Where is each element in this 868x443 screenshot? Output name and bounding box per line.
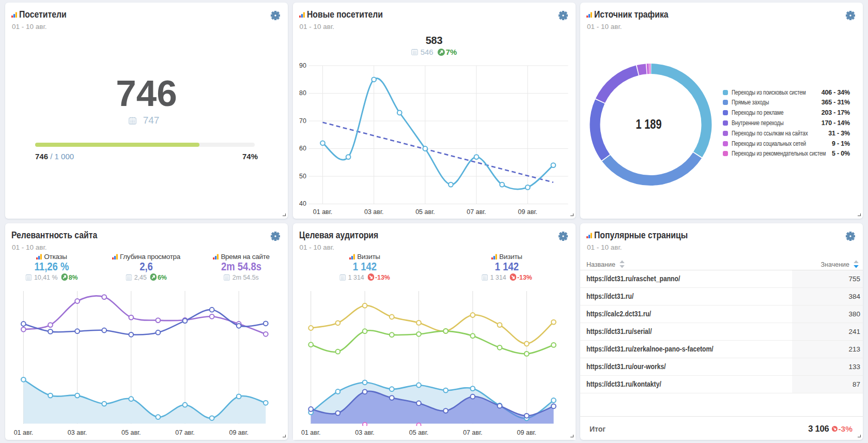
svg-text:60: 60 [299,145,306,152]
svg-text:01 авг.: 01 авг. [14,429,33,436]
svg-text:05 авг.: 05 авг. [415,208,435,216]
svg-text:07 авг.: 07 авг. [463,429,482,436]
svg-text:07 авг.: 07 авг. [175,429,194,436]
svg-text:50: 50 [299,173,306,180]
svg-text:03 авг.: 03 авг. [355,429,374,436]
svg-text:05 авг.: 05 авг. [409,429,428,436]
svg-text:40: 40 [299,200,306,207]
svg-text:05 авг.: 05 авг. [121,429,141,436]
svg-text:09 авг.: 09 авг. [517,429,536,436]
svg-text:01 авг.: 01 авг. [301,429,320,436]
svg-text:09 авг.: 09 авг. [229,429,248,436]
svg-text:90: 90 [299,62,306,69]
svg-text:03 авг.: 03 авг. [364,208,383,216]
svg-text:09 авг.: 09 авг. [518,208,537,216]
svg-text:80: 80 [299,89,306,97]
svg-text:01 авг.: 01 авг. [313,208,332,216]
svg-text:70: 70 [299,117,306,125]
svg-text:03 авг.: 03 авг. [68,429,87,436]
svg-text:07 авг.: 07 авг. [467,208,486,216]
